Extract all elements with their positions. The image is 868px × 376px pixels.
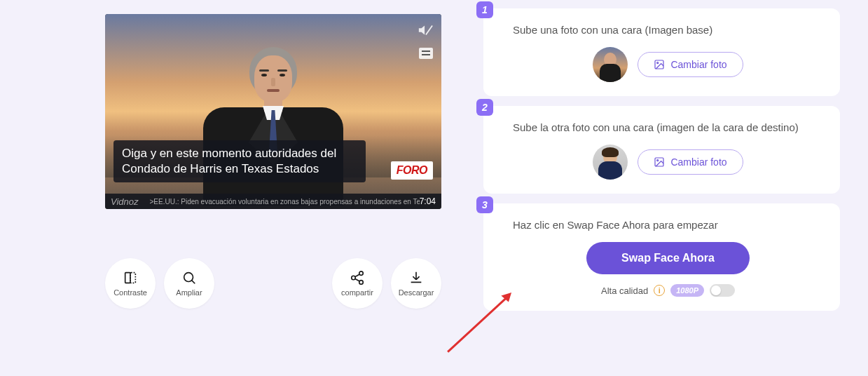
svg-point-6 — [352, 276, 356, 280]
share-button[interactable]: compartir — [332, 258, 383, 309]
watermark: Vidnoz — [111, 196, 139, 207]
svg-point-5 — [359, 271, 364, 276]
change-base-photo-label: Cambiar foto — [670, 59, 726, 70]
svg-point-7 — [359, 281, 364, 285]
step-3: 3 Haz clic en Swap Face Ahora para empez… — [483, 203, 840, 311]
subtitle-overlay: Oiga y en este momento autoridades del C… — [113, 140, 366, 182]
quality-row: Alta calidad i 1080P — [513, 284, 823, 297]
step-2-number: 2 — [476, 99, 493, 116]
step-1: 1 Sube una foto con una cara (Imagen bas… — [483, 8, 840, 96]
channel-badge: FORO — [391, 161, 433, 180]
svg-rect-1 — [125, 273, 130, 283]
contrast-label: Contraste — [113, 288, 147, 297]
info-icon[interactable]: i — [654, 285, 665, 296]
video-duration: 7:04 — [420, 196, 436, 206]
image-icon — [654, 156, 665, 168]
svg-line-9 — [355, 278, 359, 281]
svg-line-4 — [192, 281, 195, 284]
svg-line-0 — [426, 26, 432, 35]
download-label: Descargar — [399, 288, 434, 297]
subtitles-icon[interactable] — [419, 48, 433, 59]
toolbar: Contraste Ampliar compartir Descargar — [105, 258, 441, 309]
step-2: 2 Sube la otra foto con una cara (imagen… — [483, 106, 840, 194]
zoom-button[interactable]: Ampliar — [164, 258, 214, 309]
step-3-number: 3 — [476, 196, 493, 213]
ticker-text: >EE.UU.: Piden evacuación voluntaria en … — [150, 198, 420, 206]
quality-badge: 1080P — [670, 284, 704, 297]
svg-point-3 — [184, 273, 193, 282]
step-2-title: Sube la otra foto con una cara (imagen d… — [513, 120, 823, 135]
share-icon — [350, 270, 365, 286]
mute-icon[interactable] — [418, 22, 433, 38]
magnify-icon — [181, 270, 197, 286]
step-1-number: 1 — [476, 1, 493, 18]
quality-toggle[interactable] — [710, 284, 735, 297]
step-1-title: Sube una foto con una cara (Imagen base) — [513, 22, 823, 37]
base-photo-thumbnail[interactable] — [593, 47, 628, 82]
image-icon — [654, 59, 665, 70]
change-target-photo-label: Cambiar foto — [670, 156, 726, 168]
quality-label: Alta calidad — [601, 286, 648, 296]
target-photo-thumbnail[interactable] — [593, 145, 628, 180]
swap-face-button[interactable]: Swap Face Ahora — [586, 242, 750, 274]
share-label: compartir — [341, 288, 373, 297]
contrast-icon — [123, 270, 138, 286]
channel-badge-text: FORO — [397, 164, 427, 176]
svg-rect-2 — [130, 273, 135, 283]
zoom-label: Ampliar — [176, 288, 202, 297]
video-ticker: Vidnoz >EE.UU.: Piden evacuación volunta… — [105, 194, 441, 209]
svg-point-11 — [657, 62, 659, 64]
change-target-photo-button[interactable]: Cambiar foto — [638, 149, 743, 175]
svg-point-13 — [657, 160, 659, 161]
download-icon — [408, 270, 424, 286]
subtitle-text: Oiga y en este momento autoridades del C… — [122, 146, 357, 177]
download-button[interactable]: Descargar — [391, 258, 441, 309]
change-base-photo-button[interactable]: Cambiar foto — [638, 52, 743, 77]
contrast-button[interactable]: Contraste — [105, 258, 156, 309]
svg-line-8 — [355, 274, 359, 277]
video-preview[interactable]: Oiga y en este momento autoridades del C… — [105, 14, 441, 209]
step-3-title: Haz clic en Swap Face Ahora para empezar — [513, 217, 823, 232]
